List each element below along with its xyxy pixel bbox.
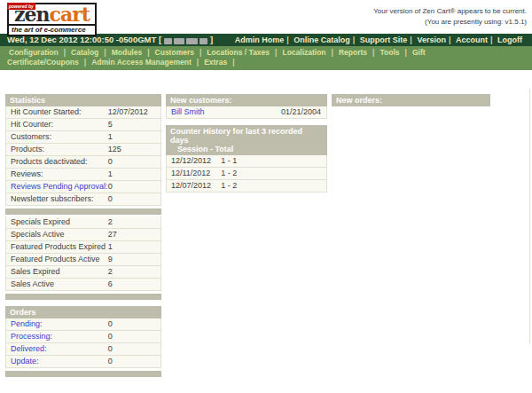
menu-separator: |	[84, 58, 86, 67]
stat-row: Specials Active27	[5, 229, 161, 241]
new-customers-box: New customers: Bill Smith01/21/2004	[166, 94, 327, 119]
statistics-heading: Statistics	[5, 94, 161, 106]
stat-label: Featured Products Expired	[11, 242, 106, 251]
content-right-border	[529, 89, 530, 344]
menu-separator: |	[232, 58, 234, 67]
orders-box: Orders Pending:0 Processing:0 Delivered:…	[5, 306, 161, 377]
counter-row: 12/07/20121 - 2	[166, 180, 327, 193]
zen-cart-logo[interactable]: powered by zencart the art of e-commerce	[7, 3, 97, 36]
header-link-online-catalog[interactable]: Online Catalog	[293, 35, 350, 44]
customer-name-link[interactable]: Bill Smith	[171, 107, 205, 116]
stat-value: 2	[108, 218, 113, 226]
header-link-account[interactable]: Account	[456, 35, 488, 44]
customer-date: 01/21/2004	[281, 108, 321, 116]
stat-value: 1	[108, 243, 113, 251]
orders-pending-link[interactable]: Pending:	[11, 319, 43, 328]
header-separator: |	[286, 35, 289, 44]
customers-column: New customers: Bill Smith01/21/2004 Coun…	[166, 94, 327, 199]
order-row: Processing:0	[5, 331, 161, 343]
version-notice-line1: Your version of Zen Cart® appears to be …	[373, 6, 527, 17]
stat-value: 1	[108, 170, 113, 178]
stat-row: Customers:1	[5, 131, 161, 144]
stat-row: Hit Counter:5	[5, 119, 161, 131]
header-separator: |	[490, 35, 493, 44]
header-link-version[interactable]: Version	[417, 35, 446, 44]
orders-heading: Orders	[5, 306, 161, 318]
counter-history-box: Counter History for last 3 recorded days…	[166, 125, 327, 193]
section-end-bar	[5, 294, 161, 300]
stat-value: 12/07/2012	[108, 108, 148, 116]
header-link-logoff[interactable]: Logoff	[497, 35, 522, 44]
version-notice-line2: (You are presently using: v1.5.1)	[373, 17, 527, 28]
counter-session-total: 1 - 1	[221, 157, 237, 165]
bracket-close: ]	[210, 35, 213, 44]
stat-label: Reviews:	[11, 169, 43, 178]
counter-history-heading: Counter History for last 3 recorded days…	[166, 125, 327, 155]
stat-label: Products deactivated:	[11, 157, 88, 166]
counter-date: 12/07/2012	[171, 181, 211, 190]
order-row: Pending:0	[5, 318, 161, 331]
stat-value: 125	[108, 145, 121, 153]
header-links: Admin Home| Online Catalog| Support Site…	[232, 35, 525, 44]
menu-item-reports[interactable]: Reports	[339, 48, 367, 57]
menu-item-tools[interactable]: Tools	[379, 48, 399, 57]
counter-date: 12/12/2012	[171, 156, 211, 165]
stat-label: Hit Counter Started:	[11, 107, 82, 116]
new-orders-column: New orders:	[332, 94, 490, 113]
statistics-column: Statistics Hit Counter Started:12/07/201…	[5, 94, 161, 383]
version-notice: Your version of Zen Cart® appears to be …	[373, 6, 527, 28]
menu-item-configuration[interactable]: Configuration	[9, 48, 59, 57]
stat-label: Sales Expired	[11, 267, 60, 276]
stat-value: 0	[108, 183, 113, 191]
counter-row: 12/11/20121 - 2	[166, 168, 327, 180]
menu-separator: |	[332, 48, 333, 57]
stat-label: Featured Products Active	[11, 255, 100, 263]
new-customers-heading: New customers:	[166, 94, 327, 106]
section-end-bar	[5, 371, 161, 377]
menu-item-customers[interactable]: Customers	[155, 48, 194, 57]
menu-item-localization[interactable]: Localization	[282, 48, 325, 57]
menu-separator: |	[200, 48, 201, 57]
powered-by-badge: powered by	[7, 3, 35, 10]
header-link-support-site[interactable]: Support Site	[360, 35, 408, 44]
menu-item-locations-taxes[interactable]: Locations / Taxes	[207, 48, 270, 57]
stat-label: Specials Expired	[11, 217, 70, 226]
orders-delivered-link[interactable]: Delivered:	[11, 344, 47, 353]
stat-row: Featured Products Active9	[5, 254, 161, 266]
new-orders-heading: New orders:	[332, 94, 490, 106]
menu-separator: |	[405, 48, 407, 57]
reviews-pending-approval-link[interactable]: Reviews Pending Approval:	[11, 182, 108, 191]
stat-row: Hit Counter Started:12/07/2012	[5, 106, 161, 119]
menu-separator: |	[147, 48, 149, 57]
stat-row: Products:125	[5, 144, 161, 156]
header-separator: |	[449, 35, 451, 44]
orders-processing-link[interactable]: Processing:	[11, 332, 52, 341]
header-link-admin-home[interactable]: Admin Home	[235, 35, 285, 44]
stat-row: Sales Expired2	[5, 266, 161, 279]
stat-value: 5	[108, 121, 113, 129]
counter-row: 12/12/20121 - 1	[166, 155, 327, 168]
admin-dashboard: powered by zencart the art of e-commerce…	[0, 0, 532, 393]
menu-item-catalog[interactable]: Catalog	[71, 48, 98, 57]
stat-row: Sales Active6	[5, 279, 161, 291]
admin-menu-bar: Configuration|Catalog|Modules|Customers|…	[0, 46, 532, 70]
redacted-ip	[163, 35, 208, 45]
menu-separator: |	[372, 48, 374, 57]
stat-value: 6	[108, 280, 113, 288]
stat-row: Featured Products Expired1	[5, 241, 161, 254]
menu-separator: |	[104, 48, 106, 57]
order-count: 0	[108, 345, 113, 353]
stat-label: Customers:	[11, 132, 51, 141]
stat-label: Hit Counter:	[11, 120, 53, 129]
menu-item-modules[interactable]: Modules	[112, 48, 142, 57]
counter-date: 12/11/2012	[171, 169, 210, 177]
top-bar: powered by zencart the art of e-commerce…	[0, 0, 532, 34]
dashboard-content: Statistics Hit Counter Started:12/07/201…	[0, 70, 532, 383]
counter-history-subtitle: Session - Total	[170, 145, 323, 153]
bracket-open: [	[159, 35, 161, 44]
menu-item-admin-access-management[interactable]: Admin Access Management	[91, 58, 192, 67]
menu-separator: |	[275, 48, 277, 57]
orders-update-link[interactable]: Update:	[11, 357, 39, 365]
menu-item-extras[interactable]: Extras	[204, 58, 227, 67]
menu-separator: |	[64, 48, 66, 57]
